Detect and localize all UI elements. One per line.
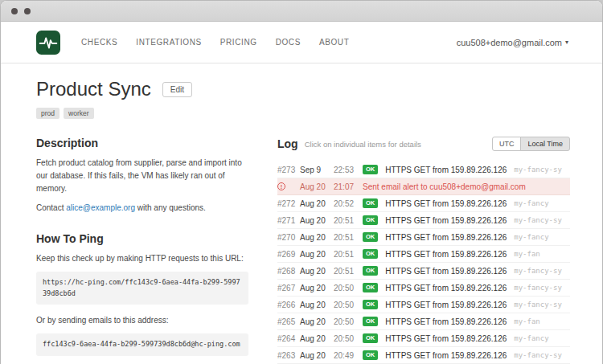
log-row-date: Aug 20 — [300, 199, 334, 208]
log-panel: Log Click on individual items for detail… — [277, 137, 570, 364]
log-row-time: 20:52 — [334, 199, 363, 208]
log-row-time: 20:50 — [334, 301, 363, 309]
log-row-extra: my-fan — [514, 250, 570, 258]
nav-item-checks[interactable]: CHECKS — [81, 38, 117, 47]
log-heading: Log — [277, 137, 298, 150]
timezone-toggle: UTC Local Time — [492, 137, 570, 151]
contact-prefix: Contact — [36, 203, 66, 212]
alert-icon: ! — [277, 182, 285, 190]
log-row[interactable]: #267 Aug 20 20:50 OK HTTPS GET from 159.… — [277, 280, 570, 297]
log-row-number: #273 — [277, 166, 300, 174]
ok-status-badge: OK — [363, 215, 378, 225]
ok-status-badge: OK — [363, 266, 378, 276]
log-row[interactable]: #264 Aug 20 20:50 OK HTTPS GET from 159.… — [277, 330, 570, 347]
log-row-time: 20:51 — [334, 250, 363, 259]
log-row-message: HTTPS GET from 159.89.226.126 — [385, 301, 507, 309]
log-row[interactable]: #266 Aug 20 20:50 OK HTTPS GET from 159.… — [277, 297, 570, 313]
log-row-time: 20:49 — [334, 351, 363, 360]
log-row-time: 20:51 — [334, 233, 363, 242]
ok-status-badge: OK — [363, 198, 378, 208]
log-row-date: Aug 20 — [300, 301, 334, 309]
contact-email-link[interactable]: alice@example.org — [66, 203, 135, 212]
log-row[interactable]: #270 Aug 20 20:51 OK HTTPS GET from 159.… — [277, 229, 570, 246]
log-row-date: Aug 20 — [300, 317, 334, 326]
ok-status-badge: OK — [363, 300, 378, 309]
ok-status-badge: OK — [363, 350, 378, 360]
log-row[interactable]: #273 Sep 9 22:53 OK HTTPS GET from 159.8… — [277, 162, 570, 178]
account-menu[interactable]: cuu508+demo@gmail.com ▾ — [457, 38, 568, 47]
tag-badge: prod — [36, 108, 59, 119]
ping-url-code: https://hc-ping.com/ffc143c9-6aea-44fa-b… — [36, 272, 248, 305]
edit-button[interactable]: Edit — [162, 82, 192, 97]
browser-window: CHECKS INTEGRATIONS PRICING DOCS ABOUT c… — [0, 0, 603, 364]
log-row-extra: my-fancy-sy — [514, 267, 570, 275]
description-heading: Description — [36, 137, 248, 149]
nav-item-about[interactable]: ABOUT — [319, 38, 349, 47]
log-row-message: HTTPS GET from 159.89.226.126 — [385, 250, 507, 259]
log-row-date: Aug 20 — [300, 334, 334, 343]
ping-url-instruction: Keep this check up by making HTTP reques… — [36, 252, 248, 265]
log-alert-row[interactable]: ! Aug 20 21:07 Sent email alert to cuu50… — [277, 178, 570, 195]
log-row-number: #263 — [277, 351, 300, 360]
local-time-toggle-button[interactable]: Local Time — [520, 137, 570, 151]
log-table: #273 Sep 9 22:53 OK HTTPS GET from 159.8… — [277, 162, 570, 364]
log-row-date: Aug 20 — [300, 267, 334, 276]
utc-toggle-button[interactable]: UTC — [492, 137, 522, 151]
log-row[interactable]: #268 Aug 20 20:51 OK HTTPS GET from 159.… — [277, 263, 570, 280]
log-row-message: HTTPS GET from 159.89.226.126 — [385, 267, 507, 276]
log-row[interactable]: #271 Aug 20 20:51 OK HTTPS GET from 159.… — [277, 212, 570, 229]
log-row-number: #264 — [277, 334, 300, 343]
log-row-date: Aug 20 — [300, 233, 334, 242]
nav-item-docs[interactable]: DOCS — [276, 38, 301, 47]
description-text: Fetch product catalog from supplier, par… — [36, 157, 248, 195]
log-row-date: Aug 20 — [300, 216, 334, 225]
tag-list: prod worker — [36, 108, 570, 119]
tag-badge: worker — [64, 108, 94, 119]
ok-status-badge: OK — [363, 317, 378, 326]
window-control-icon[interactable] — [11, 8, 18, 14]
log-row-number: #267 — [277, 284, 300, 292]
healthchecks-logo-icon[interactable] — [36, 31, 60, 55]
log-row-extra: my-fancy — [514, 334, 570, 342]
log-row-time: 22:53 — [334, 166, 363, 174]
log-row[interactable]: #269 Aug 20 20:51 OK HTTPS GET from 159.… — [277, 246, 570, 263]
log-row-extra: my-fancy-sy — [514, 216, 570, 224]
contact-suffix: with any questions. — [135, 203, 206, 212]
log-row-extra: my-fancy-sy — [514, 284, 570, 292]
log-hint: Click on individual items for details — [305, 140, 421, 149]
log-row-number: #266 — [277, 301, 300, 309]
log-row-extra: my-fancy — [514, 199, 570, 207]
ok-status-badge: OK — [363, 232, 378, 242]
log-row-time: 20:50 — [334, 284, 363, 292]
log-row-date: Aug 20 — [300, 351, 334, 360]
log-row-time: 20:50 — [334, 317, 363, 326]
nav-item-pricing[interactable]: PRICING — [220, 38, 257, 47]
window-control-icon[interactable] — [24, 8, 31, 14]
log-row-message: HTTPS GET from 159.89.226.126 — [385, 334, 507, 343]
log-row-time: 21:07 — [334, 182, 363, 191]
log-row-message: HTTPS GET from 159.89.226.126 — [385, 199, 507, 208]
log-row-number: #270 — [277, 233, 300, 242]
page-title: Product Sync — [36, 78, 151, 100]
log-row-extra: my-fancy-sy — [514, 166, 570, 174]
chevron-down-icon: ▾ — [565, 39, 568, 46]
how-to-ping-heading: How To Ping — [36, 232, 248, 245]
ping-email-instruction: Or by sending emails to this address: — [36, 314, 248, 327]
log-row-message: HTTPS GET from 159.89.226.126 — [385, 233, 507, 242]
nav-item-integrations[interactable]: INTEGRATIONS — [136, 38, 201, 47]
log-row-date: Aug 20 — [300, 250, 334, 259]
contact-text: Contact alice@example.org with any quest… — [36, 202, 248, 215]
log-row-date: Aug 20 — [300, 182, 334, 191]
log-row-extra: my-fancy — [514, 233, 570, 241]
log-row-extra: my-fancy-sy — [514, 351, 570, 359]
log-row[interactable]: #272 Aug 20 20:52 OK HTTPS GET from 159.… — [277, 195, 570, 212]
log-row[interactable]: #265 Aug 20 20:50 OK HTTPS GET from 159.… — [277, 313, 570, 330]
log-row-time: 20:51 — [334, 267, 363, 276]
log-row-message: HTTPS GET from 159.89.226.126 — [385, 284, 507, 292]
log-row-number: #271 — [277, 216, 300, 225]
log-row[interactable]: #263 Aug 20 20:49 OK HTTPS GET from 159.… — [277, 347, 570, 364]
log-row-message: HTTPS GET from 159.89.226.126 — [385, 317, 507, 326]
log-row-number: #268 — [277, 267, 300, 276]
log-row-message: HTTPS GET from 159.89.226.126 — [385, 216, 507, 225]
log-row-number: #272 — [277, 199, 300, 208]
